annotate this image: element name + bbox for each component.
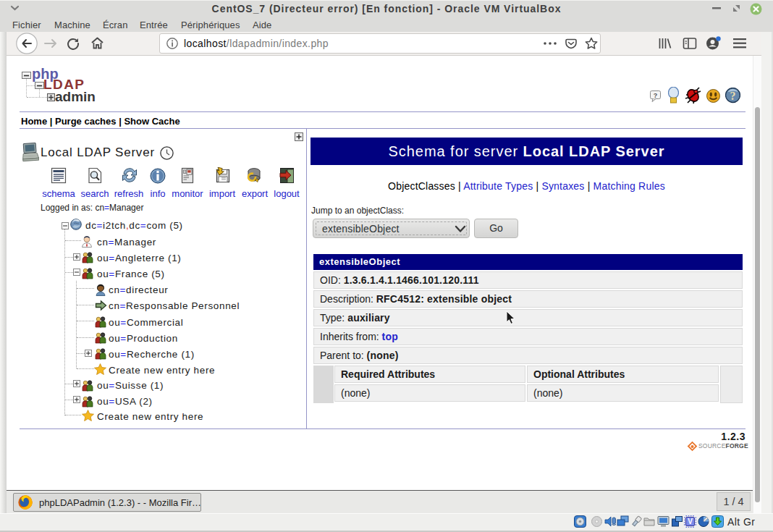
svg-text:?: ? [654,92,658,99]
svg-text:?: ? [730,90,736,102]
svg-text:V: V [688,518,693,525]
